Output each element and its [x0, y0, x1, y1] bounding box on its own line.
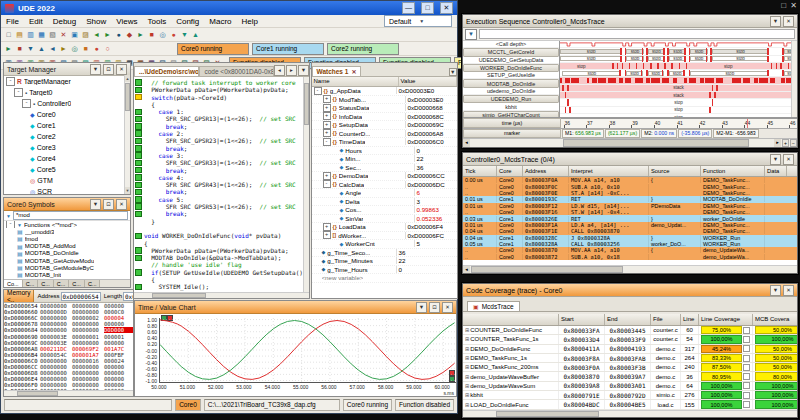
expander-icon[interactable]: + — [323, 129, 331, 137]
expander-icon[interactable]: ⊞ — [465, 346, 469, 352]
time-ruler[interactable]: 3637383940414243444546 — [561, 118, 797, 128]
exec-row-mcctl_getcoreid[interactable]: stopstopstopstopstopstopstop — [560, 48, 797, 55]
toolbar-icon-cut[interactable]: ✕ — [58, 29, 69, 40]
close-icon[interactable]: ✕ — [116, 64, 127, 75]
expander-icon[interactable]: ⊞ — [465, 392, 469, 398]
expander-icon[interactable]: ⊞ — [465, 383, 469, 389]
watch-row[interactable]: +{}CounterD...0xD00006A8 — [312, 130, 457, 139]
tree-item-core1[interactable]: ◆Core1 — [4, 120, 130, 131]
code-line[interactable]: // forward task interrupt to worker core — [144, 79, 303, 86]
toolbar-icon-debug-start[interactable]: ► — [3, 43, 14, 54]
trace-row[interactable]: ..Core00x80003F16ST.W [a14] -0x4...DEMO_… — [463, 209, 797, 215]
toolbar-icon-save[interactable]: ▥ — [25, 29, 36, 40]
trace-col-data[interactable]: Data — [765, 166, 787, 176]
coverage-titlebar[interactable]: Code Coverage (trace) - Core0 ▼✕ — [463, 284, 797, 297]
code-line[interactable]: case 4: — [144, 174, 303, 181]
trace-row[interactable]: 0.00 usCore00x80003F0AMOV.AA a14, a10{DE… — [463, 177, 797, 183]
editor-vscrollbar[interactable] — [303, 77, 309, 292]
symbol-item-modtab_init[interactable]: ▤MODTAB_Init — [4, 271, 130, 278]
watch-row[interactable]: -{}g_AppData0xD00003E0 — [312, 87, 457, 96]
tab-scroll-left-icon[interactable]: ◂ — [274, 65, 285, 76]
pin-icon[interactable]: ⊡ — [103, 64, 114, 75]
expander-icon[interactable]: + — [323, 95, 331, 103]
coverage-tab-mcdstrace[interactable]: ▣ McdsTrace — [467, 301, 520, 311]
minimize-icon[interactable]: — — [402, 2, 415, 14]
execution-hscrollbar[interactable]: ◂ ▸ + − — [463, 138, 797, 147]
watch-row[interactable]: +{}DemoData0xD00006CC — [312, 172, 457, 181]
coverage-checkbox[interactable] — [743, 401, 750, 408]
code-line[interactable]: case 1: — [144, 108, 303, 115]
editor-tab-code-range[interactable]: code <0x80001DA0-0x8000219F> — [199, 66, 274, 76]
trace-row[interactable]: 0.05 usCore10x8000328ACALL 0x80003256wor… — [463, 241, 797, 247]
trace-row[interactable]: 0.01 usCore10x8000193CRET}MODTAB_DoOnIdl… — [463, 196, 797, 202]
symbols-tab-1[interactable]: C... — [23, 280, 39, 289]
expander-icon[interactable]: + — [323, 104, 331, 112]
watch-row[interactable]: ◆g_Time_Seco...36 — [312, 249, 457, 258]
toolbar-icon-step-out[interactable]: ◄ — [47, 43, 58, 54]
trace-col-function[interactable]: Function — [701, 166, 765, 176]
expander-icon[interactable]: ⊞ — [465, 402, 469, 408]
toolbar-icon-redo[interactable]: ► — [102, 29, 113, 40]
trace-row[interactable]: 0.04 usCore00x80003F1ECALL 0x80003870DEM… — [463, 228, 797, 234]
expander-icon[interactable]: ⊞ — [465, 374, 469, 380]
expander-icon[interactable]: ⊞ — [465, 355, 469, 361]
exec-row-worker_doonidlefunc[interactable]: stopstop — [560, 63, 797, 70]
close-icon[interactable]: ✕ — [440, 2, 453, 14]
trace-col-tick[interactable]: Tick — [463, 166, 497, 176]
zoom-in-icon[interactable]: + — [782, 139, 789, 147]
close-icon[interactable]: ✕ — [783, 16, 794, 27]
menu-views[interactable]: Views — [116, 17, 137, 26]
coverage-checkbox[interactable] — [743, 345, 750, 352]
toolbar-icon-print[interactable]: ▧ — [47, 29, 58, 40]
code-line[interactable]: case 2: — [144, 130, 303, 137]
trace-row[interactable]: ..Core00x80003F0CSUB.A a10, 0x10DEMO_Tas… — [463, 183, 797, 189]
code-line[interactable]: SYSTEM_Idle(); — [144, 283, 303, 290]
symbols-tab-5[interactable]: C... — [85, 280, 101, 289]
code-line[interactable]: { — [144, 276, 303, 283]
toolbar-icon-new-file[interactable]: □ — [3, 29, 14, 40]
toolbar-icon-open-file[interactable]: ▤ — [14, 29, 25, 40]
desktop-close-icon[interactable]: ✕ — [790, 1, 797, 10]
exec-row-modtab_doonidle[interactable] — [560, 77, 797, 84]
code-line[interactable]: { — [144, 101, 303, 108]
expander-icon[interactable]: - — [323, 180, 331, 188]
exec-row-simio_gethtcharcount[interactable]: stop — [560, 107, 797, 114]
expander-icon[interactable]: + — [323, 172, 331, 180]
expander-icon[interactable]: + — [323, 121, 331, 129]
exec-row-udedemo_doonidle[interactable]: stack — [560, 85, 797, 92]
coverage-checkbox[interactable] — [743, 382, 750, 389]
coverage-checkbox[interactable] — [743, 327, 750, 334]
toolbar-icon-pause[interactable]: ■ — [80, 43, 91, 54]
watch-row[interactable]: +{}InfoData0xD000068C — [312, 113, 457, 122]
expander-icon[interactable]: - — [6, 221, 15, 228]
coverage-row-load_doonidlefunc[interactable]: ⊞LOAD_DoOnIdleFunc0x80004BDC0x80004BE5lo… — [463, 400, 797, 409]
execution-timeline[interactable]: stopstopstopstopstopstopstopstopstopstop… — [559, 41, 797, 117]
coverage-row-demo_taskfunc_200ms[interactable]: ⊞DEMO_TaskFunc_200ms0x80003F0A0x80003F3B… — [463, 363, 797, 372]
code-line[interactable]: } — [144, 218, 303, 225]
trace-row[interactable]: 0.03 usCore10x8000326ERET}worker_DoOnIdl… — [463, 215, 797, 221]
tree-item-target0[interactable]: -▪Target0 — [4, 87, 130, 98]
tree-item-core2[interactable]: ◆Core2 — [4, 131, 130, 142]
coverage-col-start[interactable]: Start — [559, 314, 605, 325]
code-line[interactable]: SFR_SRC_GPSR23|=(1<<26); // set SRC — [144, 137, 303, 144]
exec-row-label-udedemogetsetupdata[interactable]: UDEDEMO_GetSetupData — [463, 57, 559, 64]
exec-row-kbhit[interactable]: stop — [560, 99, 797, 106]
exec-row-label-workerdoonidlefunc[interactable]: WORKER_DoOnIdleFunc — [463, 64, 559, 72]
watch-row[interactable]: +{}SetupData0xD000069C — [312, 121, 457, 130]
ude-titlebar[interactable]: UDE 2022 — □ ✕ — [1, 1, 457, 15]
exec-row-label-udedemorun[interactable]: UDEDEMO_Run — [463, 95, 559, 103]
dropdown-icon[interactable]: ▼ — [770, 16, 781, 27]
exec-row-label-mcctlgetcoreid[interactable]: MCCTL_GetCoreId — [463, 48, 559, 56]
code-line[interactable]: break; — [144, 145, 303, 152]
watch-row[interactable]: +[]dWorker...0xD00006FC — [312, 232, 457, 241]
code-line[interactable]: break; — [144, 123, 303, 130]
toolbar-icon-restart[interactable]: ◎ — [69, 43, 80, 54]
expander-icon[interactable]: - — [314, 87, 322, 95]
watch-row[interactable]: -{}CalcData0xD00006DC — [312, 181, 457, 190]
watch-row[interactable]: ◆Delta3 — [312, 198, 457, 207]
symbol-item-modtab_getmodulebyc[interactable]: ▤MODTAB_GetModuleByC — [4, 264, 130, 271]
code-line[interactable]: switch(pData->CoreId) — [144, 94, 303, 101]
chart-header[interactable]: Time / Value Chart ▼⊡✕ — [135, 301, 456, 314]
exec-row-label-udedemodoonidle[interactable]: udedemo_DoOnIdle — [463, 88, 559, 95]
scroll-down-icon[interactable]: ▼ — [125, 187, 130, 194]
